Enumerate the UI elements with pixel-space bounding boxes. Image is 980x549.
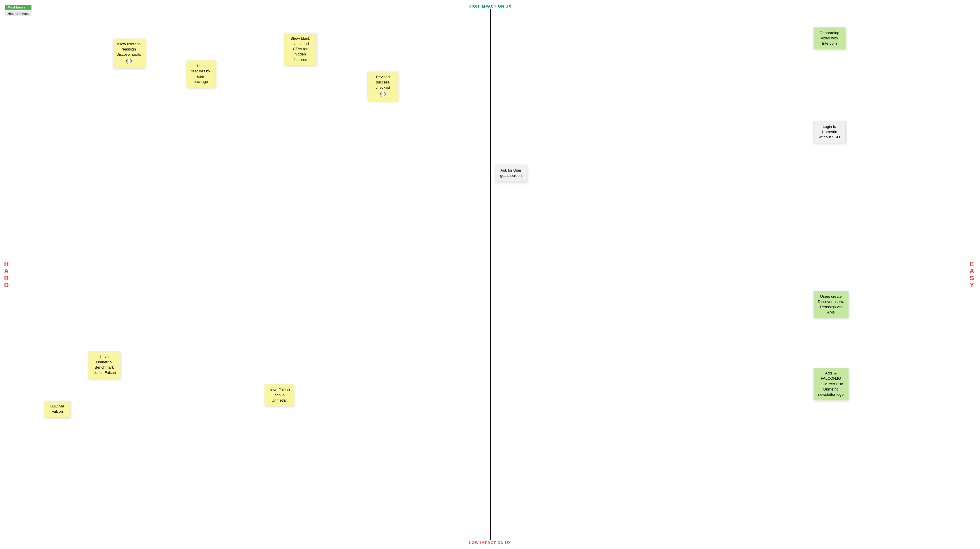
sticky-text-sso-via-falcon: SSO via Falcon: [50, 404, 64, 413]
sticky-text-hide-features: Hide features by user package: [191, 64, 210, 84]
legend-must-haves: Must-haves: [5, 5, 32, 10]
sticky-text-onboarding-video: Onboarding video with Intercom: [819, 30, 840, 46]
axis-bottom-label: LOW IMPACT ON UX: [469, 541, 511, 545]
legend: Must-haves Nice-to-haves: [5, 5, 32, 16]
sticky-add-falcon[interactable]: Add "A FALCON.IO COMPANY" to Unmetric ne…: [813, 368, 848, 400]
hard-label: H A R D: [4, 260, 11, 289]
sticky-text-users-create: Users create Discover users. Reassign vi…: [818, 294, 844, 314]
sticky-text-have-falcon-icon: Have Falcon icon in Unmetric: [269, 388, 290, 402]
sticky-show-blank-slates[interactable]: Show blank slates and CTAs for hidden fe…: [284, 33, 317, 65]
sticky-sso-via-falcon[interactable]: SSO via Falcon: [44, 401, 70, 417]
sticky-text-ask-for-user: Ask for User goals screen: [500, 168, 522, 178]
easy-label: E A S Y: [969, 260, 976, 289]
chat-icon-revised-success: 💬: [371, 91, 395, 98]
sticky-revised-success[interactable]: Revised success checklist💬: [368, 72, 398, 101]
sticky-login-unmetric[interactable]: Login to Unmetric without SSO: [813, 121, 846, 143]
sticky-allow-users[interactable]: Allow users to reassign Discover seats💬: [113, 38, 145, 68]
sticky-text-revised-success: Revised success checklist: [375, 75, 390, 89]
axis-top-label: HIGH IMPACT ON UX: [469, 4, 511, 8]
sticky-onboarding-video[interactable]: Onboarding video with Intercom: [813, 27, 846, 49]
sticky-text-add-falcon: Add "A FALCON.IO COMPANY" to Unmetric ne…: [818, 371, 843, 397]
chat-icon-allow-users: 💬: [116, 58, 142, 65]
sticky-have-unmetric-icon[interactable]: Have Unmetric/ Benchmark icon in Falcon: [88, 351, 120, 378]
sticky-text-login-unmetric: Login to Unmetric without SSO: [819, 124, 840, 139]
canvas: Must-haves Nice-to-haves HIGH IMPACT ON …: [0, 0, 980, 549]
sticky-text-show-blank-slates: Show blank slates and CTAs for hidden fe…: [290, 36, 310, 62]
legend-nice-to-haves: Nice-to-haves: [5, 11, 32, 16]
vertical-axis-line: [490, 9, 491, 540]
sticky-text-allow-users: Allow users to reassign Discover seats: [116, 42, 141, 57]
sticky-hide-features[interactable]: Hide features by user package: [186, 61, 215, 88]
sticky-ask-for-user[interactable]: Ask for User goals screen: [495, 164, 527, 182]
sticky-have-falcon-icon[interactable]: Have Falcon icon in Unmetric: [264, 385, 294, 406]
sticky-users-create[interactable]: Users create Discover users. Reassign vi…: [813, 291, 848, 318]
sticky-text-have-unmetric-icon: Have Unmetric/ Benchmark icon in Falcon: [92, 354, 116, 375]
